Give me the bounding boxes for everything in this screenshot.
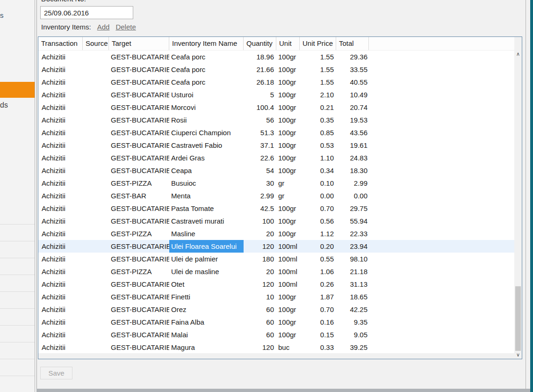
table-cell[interactable]: Finetti	[169, 290, 244, 303]
table-cell[interactable]: 100gr	[276, 303, 300, 316]
table-cell[interactable]: GEST-BUCATARIE	[109, 215, 169, 227]
table-cell[interactable]: 180	[244, 253, 276, 265]
table-cell[interactable]: 100gr	[276, 164, 300, 177]
table-cell[interactable]: 100gr	[276, 215, 300, 227]
table-cell[interactable]	[83, 139, 109, 152]
sidebar-item[interactable]	[0, 342, 35, 359]
table-cell[interactable]: 100gr	[276, 63, 300, 76]
table-cell[interactable]: Ceafa porc	[169, 63, 244, 76]
table-cell[interactable]: 100gr	[276, 290, 300, 303]
table-row[interactable]: AchizitiiGEST-BUCATARIEFaina Alba60100gr…	[38, 316, 522, 328]
table-cell[interactable]: 100gr	[276, 139, 300, 152]
table-cell[interactable]: 55.94	[336, 215, 369, 227]
table-cell[interactable]: Castraveti Fabio	[169, 139, 244, 152]
table-cell[interactable]: 100gr	[276, 328, 300, 341]
table-cell[interactable]: Achizitii	[38, 341, 83, 354]
table-cell[interactable]: 120	[244, 240, 276, 253]
table-cell[interactable]: 23.94	[336, 240, 369, 253]
header-cell-unit-price[interactable]: Unit Price	[300, 37, 336, 50]
sidebar-item[interactable]	[0, 225, 35, 241]
table-cell[interactable]	[83, 88, 109, 101]
selected-cell[interactable]: Ulei Floarea Soarelui	[169, 240, 244, 253]
table-row[interactable]: AchizitiiGEST-BUCATARIEArdei Gras22.6100…	[38, 152, 522, 164]
table-cell[interactable]: Achizitii	[38, 316, 83, 328]
table-cell[interactable]: 0.00	[336, 189, 369, 202]
table-row[interactable]: AchizitiiGEST-BUCATARIEPasta Tomate42.51…	[38, 202, 522, 215]
table-cell[interactable]: Malai	[169, 328, 244, 341]
table-cell[interactable]: 0.33	[300, 341, 336, 354]
table-cell[interactable]: 1.87	[300, 290, 336, 303]
table-cell[interactable]: 100ml	[276, 278, 300, 290]
table-cell[interactable]: Achizitii	[38, 152, 83, 164]
table-cell[interactable]: 42.5	[244, 202, 276, 215]
table-cell[interactable]: 1.55	[300, 63, 336, 76]
table-cell[interactable]: Faina Alba	[169, 316, 244, 328]
table-cell[interactable]	[83, 253, 109, 265]
table-cell[interactable]: 0.70	[300, 303, 336, 316]
table-cell[interactable]: 22.33	[336, 227, 369, 240]
table-cell[interactable]: 19.61	[336, 139, 369, 152]
table-cell[interactable]: 1.55	[300, 76, 336, 88]
table-cell[interactable]	[83, 63, 109, 76]
table-cell[interactable]: 29.36	[336, 51, 369, 63]
table-row[interactable]: AchizitiiGEST-BUCATARIEOtet120100ml0.263…	[38, 278, 522, 290]
table-row[interactable]: AchizitiiGEST-BUCATARIECeafa porc26.1810…	[38, 76, 522, 88]
table-cell[interactable]: Otet	[169, 278, 244, 290]
delete-link[interactable]: Delete	[115, 23, 136, 31]
table-cell[interactable]: GEST-BUCATARIE	[109, 240, 169, 253]
table-cell[interactable]: 1.06	[300, 265, 336, 278]
table-cell[interactable]	[83, 341, 109, 354]
table-cell[interactable]	[83, 51, 109, 63]
sidebar-item[interactable]	[0, 376, 35, 392]
table-cell[interactable]: GEST-BUCATARIE	[109, 303, 169, 316]
table-cell[interactable]: 22.6	[244, 152, 276, 164]
table-cell[interactable]: 120	[244, 341, 276, 354]
table-cell[interactable]: 21.66	[244, 63, 276, 76]
save-button[interactable]: Save	[40, 367, 72, 379]
sidebar-selected-item[interactable]	[0, 82, 35, 98]
sidebar-item[interactable]	[0, 258, 35, 275]
table-cell[interactable]: Achizitii	[38, 202, 83, 215]
table-cell[interactable]: 1.55	[300, 51, 336, 63]
header-cell-total[interactable]: Total	[336, 37, 369, 50]
sidebar-item[interactable]	[0, 359, 35, 376]
table-cell[interactable]: Achizitii	[38, 126, 83, 139]
table-cell[interactable]: 100gr	[276, 101, 300, 114]
table-cell[interactable]: Achizitii	[38, 76, 83, 88]
table-cell[interactable]: 0.56	[300, 215, 336, 227]
table-cell[interactable]: 60	[244, 328, 276, 341]
table-cell[interactable]: GEST-BUCATARIE	[109, 126, 169, 139]
table-row[interactable]: AchizitiiGEST-PIZZABusuioc30gr0.102.99	[38, 177, 522, 189]
table-cell[interactable]: 100ml	[276, 240, 300, 253]
table-cell[interactable]	[83, 202, 109, 215]
header-cell-source[interactable]: Source	[83, 37, 109, 50]
table-cell[interactable]	[83, 126, 109, 139]
table-cell[interactable]: 30	[244, 177, 276, 189]
table-cell[interactable]: 60	[244, 316, 276, 328]
table-cell[interactable]: 42.25	[336, 303, 369, 316]
table-cell[interactable]: 0.85	[300, 126, 336, 139]
table-cell[interactable]: Achizitii	[38, 265, 83, 278]
table-cell[interactable]: 39.25	[336, 341, 369, 354]
table-cell[interactable]: 10.49	[336, 88, 369, 101]
table-cell[interactable]: GEST-BUCATARIE	[109, 76, 169, 88]
table-cell[interactable]: Menta	[169, 189, 244, 202]
table-cell[interactable]: 0.15	[300, 328, 336, 341]
table-row[interactable]: AchizitiiGEST-BUCATARIECeapa54100gr0.341…	[38, 164, 522, 177]
table-cell[interactable]: Achizitii	[38, 101, 83, 114]
table-cell[interactable]: Achizitii	[38, 51, 83, 63]
table-cell[interactable]: 31.13	[336, 278, 369, 290]
table-cell[interactable]: 20.74	[336, 101, 369, 114]
table-cell[interactable]: GEST-BUCATARIE	[109, 114, 169, 126]
table-cell[interactable]: 1.10	[300, 152, 336, 164]
table-cell[interactable]: Achizitii	[38, 177, 83, 189]
table-row[interactable]: AchizitiiGEST-BUCATARIEOrez60100gr0.7042…	[38, 303, 522, 316]
table-cell[interactable]: Ulei de masline	[169, 265, 244, 278]
table-cell[interactable]: 54	[244, 164, 276, 177]
table-cell[interactable]: GEST-BUCATARIE	[109, 253, 169, 265]
table-cell[interactable]: Pasta Tomate	[169, 202, 244, 215]
table-cell[interactable]: 100	[244, 215, 276, 227]
table-cell[interactable]: 24.83	[336, 152, 369, 164]
table-row[interactable]: AchizitiiGEST-PIZZAUlei de masline20100m…	[38, 265, 522, 278]
table-row[interactable]: AchizitiiGEST-BUCATARIEMalai60100gr0.159…	[38, 328, 522, 341]
